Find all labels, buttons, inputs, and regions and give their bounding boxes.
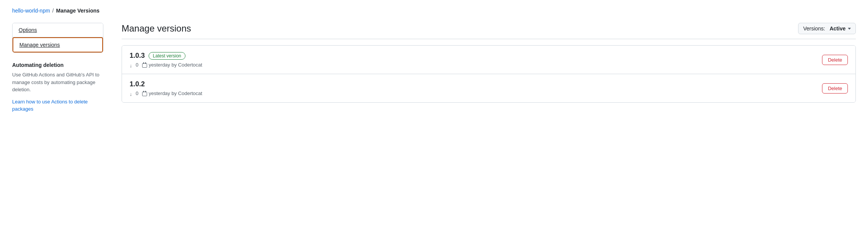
breadcrumb: hello-world-npm / Manage Versions	[12, 8, 856, 14]
main-header: Manage versions Versions: Active	[122, 23, 856, 34]
versions-dropdown-value: Active	[830, 25, 846, 32]
calendar-icon-1	[142, 63, 147, 68]
version-top-2: 1.0.2	[130, 80, 202, 88]
automating-description: Use GitHub Actions and GitHub's API to m…	[12, 71, 103, 94]
version-meta-1: 0 yesterday by Codertocat	[130, 62, 202, 68]
date-text-2: yesterday by Codertocat	[149, 90, 202, 96]
download-icon-1	[130, 63, 134, 67]
versions-dropdown-label: Versions:	[803, 25, 825, 32]
date-text-1: yesterday by Codertocat	[149, 62, 202, 68]
version-number-1: 1.0.3	[130, 52, 145, 60]
download-icon-2	[130, 91, 134, 96]
version-date-2: yesterday by Codertocat	[142, 90, 202, 96]
automating-title: Automating deletion	[12, 62, 103, 68]
sidebar-nav: Options Manage versions	[12, 23, 103, 53]
latest-version-badge: Latest version	[149, 52, 185, 60]
version-date-1: yesterday by Codertocat	[142, 62, 202, 68]
version-top-1: 1.0.3 Latest version	[130, 52, 202, 60]
chevron-down-icon	[848, 28, 851, 30]
version-downloads-2: 0	[130, 90, 138, 96]
versions-list: 1.0.3 Latest version 0 yesterday by Code…	[122, 45, 856, 103]
sidebar-automating-section: Automating deletion Use GitHub Actions a…	[12, 62, 103, 113]
breadcrumb-repo-link[interactable]: hello-world-npm	[12, 8, 50, 14]
header-divider	[122, 39, 856, 39]
version-meta-2: 0 yesterday by Codertocat	[130, 90, 202, 96]
page-layout: Options Manage versions Automating delet…	[12, 23, 856, 113]
sidebar: Options Manage versions Automating delet…	[12, 23, 103, 113]
downloads-count-2: 0	[136, 90, 138, 96]
breadcrumb-separator: /	[52, 8, 54, 14]
automating-link[interactable]: Learn how to use Actions to delete packa…	[12, 98, 103, 113]
calendar-icon-2	[142, 92, 147, 96]
downloads-count-1: 0	[136, 62, 138, 68]
delete-button-1[interactable]: Delete	[822, 55, 848, 65]
versions-dropdown-button[interactable]: Versions: Active	[798, 23, 856, 34]
breadcrumb-current: Manage Versions	[56, 8, 99, 14]
sidebar-item-options[interactable]: Options	[13, 23, 103, 37]
version-number-2: 1.0.2	[130, 80, 145, 88]
version-item-2: 1.0.2 0 yesterday by Codertocat Delete	[122, 74, 855, 102]
sidebar-item-manage-versions[interactable]: Manage versions	[13, 37, 103, 52]
version-info-2: 1.0.2 0 yesterday by Codertocat	[130, 80, 202, 96]
delete-button-2[interactable]: Delete	[822, 83, 848, 94]
page-title: Manage versions	[122, 23, 191, 34]
version-item-1: 1.0.3 Latest version 0 yesterday by Code…	[122, 46, 855, 74]
version-info-1: 1.0.3 Latest version 0 yesterday by Code…	[130, 52, 202, 68]
main-content: Manage versions Versions: Active 1.0.3 L…	[122, 23, 856, 103]
version-downloads-1: 0	[130, 62, 138, 68]
